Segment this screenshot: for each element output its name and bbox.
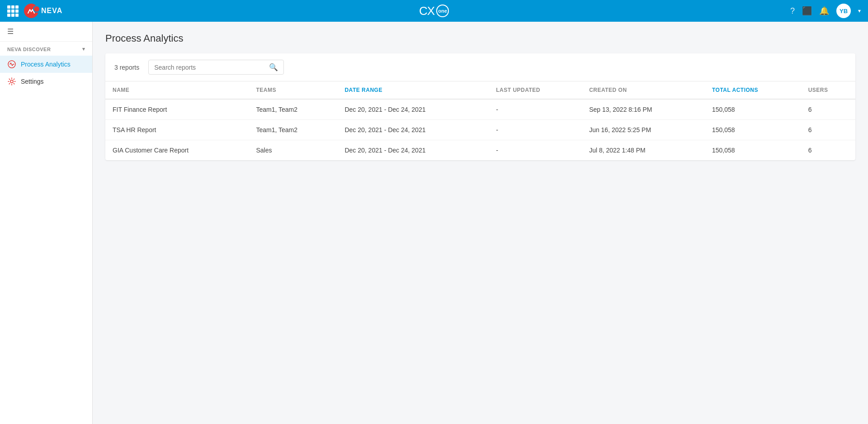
cx-text: CX xyxy=(419,4,434,18)
cell-last-updated: - xyxy=(489,99,582,120)
col-total-actions: TOTAL ACTIONS xyxy=(705,81,801,99)
reports-count: 3 reports xyxy=(114,64,139,71)
sidebar-toggle[interactable]: ☰ xyxy=(0,22,92,42)
col-name: NAME xyxy=(105,81,249,99)
cell-users: 6 xyxy=(801,120,855,140)
notification-icon[interactable]: 🔔 xyxy=(819,6,829,16)
reports-header: 3 reports 🔍 xyxy=(105,53,855,81)
col-teams: TEAMS xyxy=(249,81,337,99)
table-row[interactable]: GIA Customer Care Report Sales Dec 20, 2… xyxy=(105,140,855,161)
cell-teams: Sales xyxy=(249,140,337,161)
process-analytics-icon xyxy=(7,60,16,69)
sidebar-section-chevron: ▾ xyxy=(82,46,85,52)
table-body: FIT Finance Report Team1, Team2 Dec 20, … xyxy=(105,99,855,160)
col-users: USERS xyxy=(801,81,855,99)
cell-name: TSA HR Report xyxy=(105,120,249,140)
cell-name: GIA Customer Care Report xyxy=(105,140,249,161)
table-row[interactable]: TSA HR Report Team1, Team2 Dec 20, 2021 … xyxy=(105,120,855,140)
cell-created-on: Jul 8, 2022 1:48 PM xyxy=(582,140,705,161)
cell-last-updated: - xyxy=(489,140,582,161)
neva-logo-icon xyxy=(24,4,38,18)
cell-total-actions: 150,058 xyxy=(705,99,801,120)
search-input[interactable] xyxy=(154,64,265,71)
sidebar-label-settings: Settings xyxy=(21,78,44,85)
cell-teams: Team1, Team2 xyxy=(249,120,337,140)
nav-right: ? ⬛ 🔔 YB ▾ xyxy=(790,4,861,18)
neva-brand-text: NEVA xyxy=(41,7,62,15)
app-grid-icon[interactable] xyxy=(7,5,19,17)
main-content: Process Analytics 3 reports 🔍 NAME TEAMS… xyxy=(93,22,868,424)
user-avatar[interactable]: YB xyxy=(836,4,851,18)
page-title: Process Analytics xyxy=(105,33,855,44)
nav-center: CX one xyxy=(419,4,449,18)
cell-date-range: Dec 20, 2021 - Dec 24, 2021 xyxy=(337,140,489,161)
cell-total-actions: 150,058 xyxy=(705,140,801,161)
cell-date-range: Dec 20, 2021 - Dec 24, 2021 xyxy=(337,99,489,120)
hamburger-icon: ☰ xyxy=(7,27,14,36)
table-row[interactable]: FIT Finance Report Team1, Team2 Dec 20, … xyxy=(105,99,855,120)
reports-table: NAME TEAMS DATE RANGE LAST UPDATED CREAT… xyxy=(105,81,855,160)
sidebar-section-label: NEVA DISCOVER xyxy=(7,47,51,52)
cell-name: FIT Finance Report xyxy=(105,99,249,120)
cxone-logo: CX one xyxy=(419,4,449,18)
cell-total-actions: 150,058 xyxy=(705,120,801,140)
sidebar-section-neva-discover[interactable]: NEVA DISCOVER ▾ xyxy=(0,42,92,56)
screen-icon[interactable]: ⬛ xyxy=(802,6,812,16)
one-badge: one xyxy=(436,5,449,17)
col-last-updated: LAST UPDATED xyxy=(489,81,582,99)
cell-teams: Team1, Team2 xyxy=(249,99,337,120)
top-navigation: NEVA CX one ? ⬛ 🔔 YB ▾ xyxy=(0,0,868,22)
nav-left: NEVA xyxy=(7,4,62,18)
user-chevron-icon[interactable]: ▾ xyxy=(858,8,861,14)
table-header-row: NAME TEAMS DATE RANGE LAST UPDATED CREAT… xyxy=(105,81,855,99)
neva-logo: NEVA xyxy=(24,4,62,18)
cell-created-on: Jun 16, 2022 5:25 PM xyxy=(582,120,705,140)
col-date-range: DATE RANGE xyxy=(337,81,489,99)
cell-users: 6 xyxy=(801,99,855,120)
cell-date-range: Dec 20, 2021 - Dec 24, 2021 xyxy=(337,120,489,140)
search-icon: 🔍 xyxy=(269,63,278,71)
cell-last-updated: - xyxy=(489,120,582,140)
sidebar: ☰ NEVA DISCOVER ▾ Process Analytics Sett… xyxy=(0,22,93,424)
cell-created-on: Sep 13, 2022 8:16 PM xyxy=(582,99,705,120)
search-box[interactable]: 🔍 xyxy=(148,60,284,75)
sidebar-item-settings[interactable]: Settings xyxy=(0,73,92,90)
settings-icon xyxy=(7,77,16,86)
table-header: NAME TEAMS DATE RANGE LAST UPDATED CREAT… xyxy=(105,81,855,99)
sidebar-label-process-analytics: Process Analytics xyxy=(21,61,71,68)
sidebar-item-process-analytics[interactable]: Process Analytics xyxy=(0,56,92,73)
reports-container: 3 reports 🔍 NAME TEAMS DATE RANGE LAST U… xyxy=(105,53,855,160)
help-icon[interactable]: ? xyxy=(790,6,795,16)
app-layout: ☰ NEVA DISCOVER ▾ Process Analytics Sett… xyxy=(0,0,868,424)
cell-users: 6 xyxy=(801,140,855,161)
svg-point-1 xyxy=(10,80,13,83)
col-created-on: CREATED ON xyxy=(582,81,705,99)
